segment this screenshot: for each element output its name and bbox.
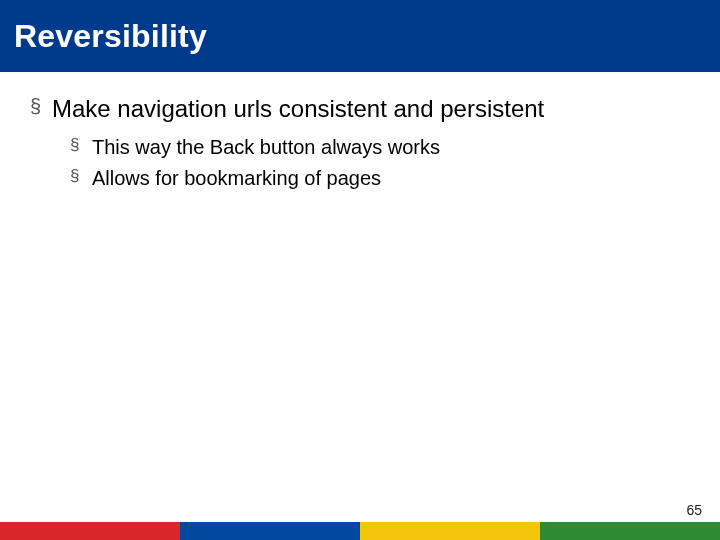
title-bar: Reversibility: [0, 0, 720, 72]
bullet-sublist: This way the Back button always works Al…: [52, 134, 690, 192]
list-item: Make navigation urls consistent and pers…: [30, 94, 690, 192]
bullet-text: This way the Back button always works: [92, 136, 440, 158]
footer-stripe: [0, 522, 720, 540]
slide-title: Reversibility: [14, 18, 207, 55]
list-item: Allows for bookmarking of pages: [70, 165, 690, 192]
stripe-blue: [180, 522, 360, 540]
list-item: This way the Back button always works: [70, 134, 690, 161]
bullet-text: Make navigation urls consistent and pers…: [52, 95, 544, 122]
slide-footer: 65: [0, 522, 720, 540]
stripe-green: [540, 522, 720, 540]
bullet-list: Make navigation urls consistent and pers…: [30, 94, 690, 192]
stripe-red: [0, 522, 180, 540]
page-number: 65: [686, 502, 702, 518]
bullet-text: Allows for bookmarking of pages: [92, 167, 381, 189]
stripe-yellow: [360, 522, 540, 540]
slide: Reversibility Make navigation urls consi…: [0, 0, 720, 540]
slide-content: Make navigation urls consistent and pers…: [0, 72, 720, 540]
